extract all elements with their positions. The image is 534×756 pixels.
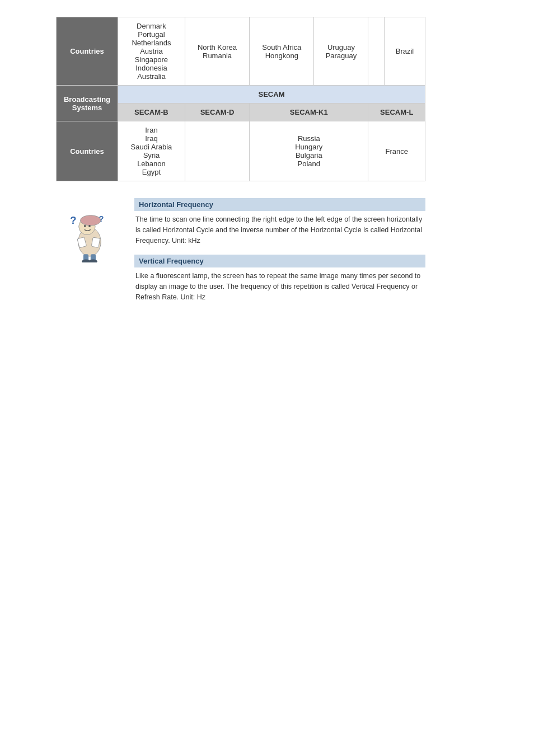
secam-countries-b: Iran Iraq Saudi Arabia Syria Lebanon Egy… bbox=[118, 121, 185, 181]
horizontal-frequency-heading: Horizontal Frequency bbox=[134, 198, 425, 211]
info-section: Horizontal Frequency The time to scan on… bbox=[134, 198, 425, 312]
secam-countries-d bbox=[185, 121, 249, 181]
secam-b-header: SECAM-B bbox=[118, 104, 185, 121]
horizontal-frequency-text: The time to scan one line connecting the… bbox=[134, 214, 425, 246]
broadcasting-table: Countries Denmark Portugal Netherlands A… bbox=[56, 17, 425, 181]
secam-countries-l: France bbox=[368, 121, 425, 181]
vertical-frequency-heading: Vertical Frequency bbox=[134, 255, 425, 267]
vertical-frequency-text: Like a fluorescent lamp, the screen has … bbox=[134, 271, 425, 302]
illustration: ? ? bbox=[56, 198, 123, 265]
svg-point-11 bbox=[82, 260, 90, 263]
secam-countries-k1: Russia Hungary Bulgaria Poland bbox=[250, 121, 368, 181]
countries-col1: Denmark Portugal Netherlands Austria Sin… bbox=[118, 17, 185, 86]
svg-rect-8 bbox=[91, 237, 100, 247]
lower-section: ? ? Horizontal Frequency The time to sca… bbox=[56, 198, 425, 312]
svg-text:?: ? bbox=[70, 214, 76, 226]
countries-col6: Brazil bbox=[385, 17, 425, 86]
countries-col3: South Africa Hongkong bbox=[250, 17, 314, 86]
secam-l-header: SECAM-L bbox=[368, 104, 425, 121]
broadcasting-label: Broadcasting Systems bbox=[57, 86, 118, 121]
countries-label-1: Countries bbox=[57, 17, 118, 86]
svg-point-2 bbox=[81, 215, 101, 226]
svg-point-3 bbox=[84, 225, 86, 227]
countries-col4: Uruguay Paraguay bbox=[314, 17, 368, 86]
secam-k1-header: SECAM-K1 bbox=[250, 104, 368, 121]
svg-point-12 bbox=[89, 260, 97, 263]
countries-col2: North Korea Rumania bbox=[185, 17, 249, 86]
countries-label-2: Countries bbox=[57, 121, 118, 181]
svg-text:?: ? bbox=[99, 214, 104, 223]
secam-d-header: SECAM-D bbox=[185, 104, 249, 121]
svg-point-4 bbox=[88, 225, 91, 227]
secam-header: SECAM bbox=[118, 86, 425, 104]
countries-col5 bbox=[368, 17, 385, 86]
